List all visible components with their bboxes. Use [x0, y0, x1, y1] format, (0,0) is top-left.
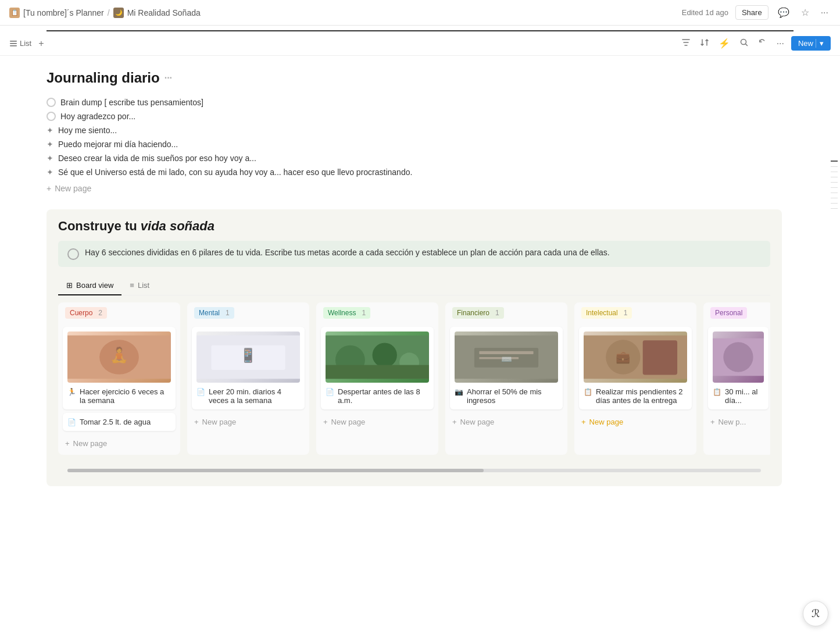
- list-item: + ⠿ ✦ Hoy me siento...: [47, 123, 782, 137]
- star-button[interactable]: ☆: [799, 6, 812, 19]
- new-button[interactable]: New ▾: [791, 36, 831, 51]
- new-page-card-wellness[interactable]: + New page: [316, 413, 438, 431]
- card-title: 📄 Tomar 2.5 lt. de agua: [67, 418, 171, 426]
- svg-text:💼: 💼: [616, 350, 631, 365]
- share-button[interactable]: Share: [735, 5, 768, 20]
- svg-rect-0: [10, 41, 17, 42]
- topbar: 📋 [Tu nombre]´s Planner / 🌙 Mi Realidad …: [0, 0, 840, 26]
- card-image-svg: 💼: [584, 332, 687, 383]
- board-card[interactable]: ⌨️ 📷 Ahorrar el 50% de mis ingresos: [450, 327, 563, 409]
- card-title: 📋 30 mi... al día...: [713, 387, 764, 405]
- bolt-button[interactable]: ⚡: [716, 37, 732, 50]
- new-page-card-intelectual[interactable]: + New page: [574, 413, 696, 431]
- list-icon: [9, 40, 17, 48]
- new-page-card-financiero[interactable]: + New page: [445, 413, 567, 431]
- column-mental: Mental1 📱 📄: [187, 302, 309, 455]
- board-card[interactable]: 📋 30 mi... al día...: [708, 327, 768, 409]
- column-cuerpo: Cuerpo2 🧘 🏃: [58, 302, 180, 455]
- list-view-icon: ≡: [130, 281, 134, 290]
- toolbar: List + ⚡ ··· New ▾: [0, 31, 840, 56]
- column-header-cuerpo: Cuerpo2: [58, 302, 180, 323]
- new-caret-icon[interactable]: ▾: [816, 39, 824, 48]
- new-page-inline[interactable]: + New page: [47, 181, 782, 195]
- column-tag-cuerpo: Cuerpo2: [65, 307, 107, 319]
- sort-button[interactable]: [698, 37, 712, 51]
- board-card[interactable]: 🧘 🏃 Hacer ejercicio 6 veces a la semana: [63, 327, 176, 409]
- breadcrumb: 📋 [Tu nombre]´s Planner / 🌙 Mi Realidad …: [9, 8, 201, 18]
- add-icon[interactable]: +: [17, 126, 22, 135]
- breadcrumb2-text[interactable]: Mi Realidad Soñada: [127, 8, 201, 17]
- svg-text:🧘: 🧘: [110, 346, 128, 364]
- toolbar-more-button[interactable]: ···: [774, 37, 787, 50]
- card-icon: 🏃: [67, 388, 76, 396]
- column-intelectual: Intelectual1 💼: [574, 302, 696, 455]
- card-title: 📄 Despertar antes de las 8 a.m.: [326, 387, 429, 405]
- content-wrapper: Journaling diario ··· Brain dump [ escri…: [0, 56, 840, 486]
- sort-icon: [700, 38, 709, 47]
- card-image-svg: ⌨️: [455, 332, 558, 383]
- column-header-personal: Personal: [703, 302, 770, 323]
- svg-rect-18: [479, 357, 519, 359]
- journaling-more-icon[interactable]: ···: [165, 73, 172, 83]
- scroll-indicator: [831, 166, 838, 167]
- column-wellness: Wellness1: [316, 302, 438, 455]
- card-image-svg: 🧘: [67, 332, 171, 383]
- svg-point-12: [373, 343, 397, 367]
- search-button[interactable]: [737, 37, 751, 51]
- filter-button[interactable]: [679, 37, 693, 51]
- main-content: Journaling diario ··· Brain dump [ escri…: [0, 56, 828, 486]
- column-header-wellness: Wellness1: [316, 302, 438, 323]
- board-card[interactable]: 💼 📋 Realizar mis pendientes 2 días antes…: [579, 327, 692, 409]
- list-item: ✦ Sé que el Universo está de mi lado, co…: [47, 165, 782, 179]
- card-title: 🏃 Hacer ejercicio 6 veces a la semana: [67, 387, 171, 405]
- column-financiero: Financiero1 ⌨️: [445, 302, 567, 455]
- horizontal-scrollbar[interactable]: [67, 469, 761, 472]
- card-icon: 📄: [196, 388, 205, 396]
- new-page-plus-icon: +: [65, 439, 70, 448]
- toolbar-left: List +: [9, 37, 47, 50]
- new-page-plus-icon: +: [452, 418, 457, 426]
- undo-button[interactable]: [756, 37, 770, 51]
- right-scrollbar: [828, 56, 840, 486]
- sparkle-icon: ✦: [47, 154, 53, 163]
- card-image-cuerpo1: 🧘: [67, 332, 171, 383]
- breadcrumb1-text[interactable]: [Tu nombre]´s Planner: [23, 8, 104, 17]
- svg-rect-1: [10, 43, 17, 44]
- tab-board-view[interactable]: ⊞ Board view: [58, 276, 121, 295]
- journal-list: Brain dump [ escribe tus pensamientos] H…: [47, 95, 782, 179]
- new-page-plus-icon: +: [194, 418, 199, 426]
- list-item: Hoy agradezco por...: [47, 109, 782, 123]
- breadcrumb2-icon: 🌙: [113, 8, 124, 18]
- board-card[interactable]: 📄 Despertar antes de las 8 a.m.: [321, 327, 434, 409]
- scroll-indicator: [831, 177, 838, 177]
- toolbar-right: ⚡ ··· New ▾: [679, 36, 831, 51]
- new-page-card-personal[interactable]: + New p...: [703, 413, 770, 431]
- board-card[interactable]: 📱 📄 Leer 20 min. diarios 4 veces a la se…: [192, 327, 305, 409]
- new-page-plus-icon: +: [323, 418, 328, 426]
- column-tag-personal: Personal: [710, 307, 747, 319]
- more-options-button[interactable]: ···: [818, 6, 831, 19]
- new-page-card-mental[interactable]: + New page: [187, 413, 309, 431]
- breadcrumb-separator: /: [108, 8, 110, 17]
- new-page-card-cuerpo[interactable]: + New page: [58, 434, 180, 452]
- add-view-button[interactable]: +: [36, 37, 46, 50]
- topbar-right: Edited 1d ago Share 💬 ☆ ···: [682, 5, 831, 20]
- svg-rect-2: [10, 45, 17, 47]
- tab-list-view[interactable]: ≡ List: [121, 276, 158, 295]
- breadcrumb1-icon: 📋: [9, 8, 20, 18]
- sparkle-icon: ✦: [47, 140, 53, 149]
- list-item: ✦ Deseo crear la vida de mis sueños por …: [47, 151, 782, 165]
- column-header-intelectual: Intelectual1: [574, 302, 696, 323]
- info-circle-icon: [67, 248, 79, 260]
- board-card[interactable]: 📄 Tomar 2.5 lt. de agua: [63, 413, 176, 431]
- card-image-wellness: [326, 332, 429, 383]
- svg-rect-14: [326, 365, 429, 379]
- scroll-indicator: [831, 182, 838, 183]
- drag-icon[interactable]: ⠿: [24, 126, 30, 135]
- list-item: Brain dump [ escribe tus pensamientos]: [47, 95, 782, 109]
- view-tabs: ⊞ Board view ≡ List: [58, 276, 770, 295]
- comment-button[interactable]: 💬: [775, 6, 792, 19]
- card-image-svg: [326, 332, 429, 383]
- new-page-plus-icon: +: [47, 184, 51, 193]
- board-container: Cuerpo2 🧘 🏃: [58, 302, 770, 464]
